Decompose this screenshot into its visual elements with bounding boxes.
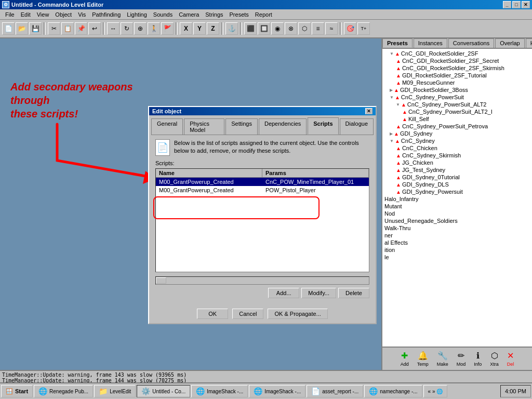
taskbar-namechange[interactable]: 🌐 namechange -... <box>364 385 422 397</box>
menu-file[interactable]: File <box>2 10 18 19</box>
menu-edit[interactable]: Edit <box>18 10 34 19</box>
delete-script-button[interactable]: Delete <box>338 288 369 298</box>
toolbar-b2[interactable]: 🔲 <box>258 22 270 35</box>
tab-dependencies[interactable]: Dependencies <box>259 118 307 135</box>
tree-item[interactable]: Walk-Thru <box>383 224 531 232</box>
scrollbar-thumb[interactable] <box>156 277 166 284</box>
toolbar-text[interactable]: T+ <box>357 22 370 35</box>
tree-item[interactable]: ▶▲GDI_RocketSoldier_3Boss <box>383 86 531 94</box>
tree-item[interactable]: ▼▲CnC_GDI_RocketSoldier_2SF <box>383 50 531 57</box>
add-script-button[interactable]: Add... <box>268 288 299 298</box>
toolbar-b3[interactable]: ◉ <box>271 22 284 35</box>
dialog-close-button[interactable]: ✕ <box>365 108 373 114</box>
menu-presets[interactable]: Presets <box>227 10 252 19</box>
tab-overlap[interactable]: Overlap <box>495 38 525 48</box>
toolbar-cam[interactable]: 🎯 <box>344 22 356 35</box>
tree-item[interactable]: ▼▲CnC_Sydney_PowerSuit <box>383 94 531 101</box>
del-tool-button[interactable]: ✕ Del <box>505 350 516 368</box>
menu-strings[interactable]: Strings <box>202 10 226 19</box>
tree-item[interactable]: ition <box>383 246 531 254</box>
taskbar-leveledit[interactable]: 📁 LevelEdit <box>94 385 136 397</box>
tab-instances[interactable]: Instances <box>414 38 447 48</box>
tab-general[interactable]: General <box>151 118 183 135</box>
presets-tree[interactable]: ▼▲CnC_GDI_RocketSoldier_2SF ▲CnC_GDI_Roc… <box>382 49 532 347</box>
taskbar-commando[interactable]: ⚙️ Untitled - Co... <box>137 385 190 397</box>
ok-propagate-button[interactable]: OK & Propagate... <box>268 309 327 319</box>
tree-item[interactable]: ▲CnC_GDI_RocketSoldier_2SF_Secret <box>383 57 531 64</box>
tree-item[interactable]: Halo_Infantry <box>383 195 531 203</box>
toolbar-b4[interactable]: ⊗ <box>285 22 297 35</box>
tree-item[interactable]: ▲GDI_Sydney_DLS <box>383 181 531 188</box>
taskbar-renegade[interactable]: 🌐 Renegade Pub... <box>34 385 93 397</box>
toolbar-flag[interactable]: 🚩 <box>161 22 174 35</box>
ok-button[interactable]: OK <box>197 309 228 319</box>
tree-item[interactable]: le <box>383 254 531 261</box>
toolbar-new[interactable]: 📄 <box>2 22 15 35</box>
tree-item[interactable]: ▲JG_Chicken <box>383 159 531 166</box>
taskbar-imageshack1[interactable]: 🌐 ImageShack -... <box>191 385 248 397</box>
tab-scripts[interactable]: Scripts <box>308 117 338 135</box>
tab-physics-model[interactable]: Physics Model <box>184 118 224 135</box>
toolbar-b6[interactable]: ≡ <box>312 22 324 35</box>
tree-item[interactable]: ▶▲GDI_Sydney <box>383 130 531 137</box>
tab-conversations[interactable]: Conversations <box>448 38 494 48</box>
tree-item[interactable]: ▲Kill_Self <box>383 115 531 123</box>
toolbar-move[interactable]: ↔ <box>107 22 119 35</box>
toolbar-y[interactable]: Y <box>193 22 206 35</box>
info-tool-button[interactable]: ℹ Info <box>472 350 484 368</box>
tree-item[interactable]: ▲GDI_RocketSoldier_2SF_Tutorial <box>383 72 531 79</box>
toolbar-anchor[interactable]: ⚓ <box>225 22 238 35</box>
tree-item[interactable]: al Effects <box>383 239 531 246</box>
toolbar-b7[interactable]: ≈ <box>325 22 338 35</box>
tree-item[interactable]: ▲CnC_Chicken <box>383 144 531 152</box>
menu-lighting[interactable]: Lighting <box>124 10 150 19</box>
table-row[interactable]: M00_GrantPowerup_Created CnC_POW_MineTim… <box>156 178 369 186</box>
maximize-button[interactable]: □ <box>512 1 521 8</box>
tree-item[interactable]: ▲JG_Test_Sydney <box>383 166 531 174</box>
make-tool-button[interactable]: 🔧 Make <box>435 350 450 368</box>
tree-item[interactable]: ▲M09_RescueGunner <box>383 79 531 86</box>
tree-item[interactable]: Nod <box>383 210 531 217</box>
modify-script-button[interactable]: Modify... <box>301 288 336 298</box>
toolbar-z[interactable]: Z <box>207 22 219 35</box>
toolbar-b1[interactable]: ⬛ <box>244 22 257 35</box>
tab-presets[interactable]: Presets <box>382 38 413 48</box>
toolbar-walk[interactable]: 🚶 <box>148 22 160 35</box>
tree-item[interactable]: ▲CnC_Sydney_PowerSuit_Petrova <box>383 123 531 130</box>
tab-settings[interactable]: Settings <box>225 118 258 135</box>
menu-view[interactable]: View <box>34 10 52 19</box>
close-button[interactable]: ✕ <box>522 1 530 8</box>
toolbar-copy[interactable]: 📋 <box>61 22 74 35</box>
taskbar-asset-report[interactable]: 📄 asset_report -... <box>307 385 363 397</box>
tree-item[interactable]: ▲GDI_Sydney_Powersuit <box>383 188 531 195</box>
toolbar-open[interactable]: 📂 <box>16 22 28 35</box>
toolbar-save[interactable]: 💾 <box>29 22 42 35</box>
menu-pathfinding[interactable]: Pathfinding <box>89 10 124 19</box>
xtra-tool-button[interactable]: ⬡ Xtra <box>488 350 501 368</box>
tab-dialogue[interactable]: Dialogue <box>340 118 374 135</box>
taskbar-misc[interactable]: « » 🌐 <box>423 385 448 397</box>
tree-item[interactable]: ▲CnC_Sydney_PowerSuit_ALT2_I <box>383 108 531 115</box>
taskbar-imageshack2[interactable]: 🌐 ImageShack -... <box>249 385 305 397</box>
tree-item[interactable]: Mutant <box>383 203 531 210</box>
tree-item[interactable]: ▼▲CnC_Sydney_PowerSuit_ALT2 <box>383 101 531 108</box>
tree-item[interactable]: ▼▲CnC_Sydney <box>383 137 531 144</box>
toolbar-cut[interactable]: ✂ <box>48 22 60 35</box>
tree-item[interactable]: ner <box>383 232 531 239</box>
table-row[interactable]: M00_GrantPowerup_Created POW_Pistol_Play… <box>156 186 369 194</box>
menu-object[interactable]: Object <box>52 10 75 19</box>
toolbar-undo[interactable]: ↩ <box>88 22 101 35</box>
mod-tool-button[interactable]: ✏ Mod <box>455 350 468 368</box>
menu-vis[interactable]: Vis <box>75 10 89 19</box>
add-tool-button[interactable]: ✚ Add <box>398 350 411 368</box>
menu-camera[interactable]: Camera <box>176 10 202 19</box>
toolbar-paste[interactable]: 📌 <box>75 22 87 35</box>
toolbar-x[interactable]: X <box>180 22 192 35</box>
tree-item[interactable]: ▲CnC_Sydney_Skirmish <box>383 152 531 159</box>
tree-item[interactable]: ▲GDI_Sydney_0Tutorial <box>383 174 531 181</box>
menu-sounds[interactable]: Sounds <box>150 10 176 19</box>
toolbar-select[interactable]: ⊕ <box>134 22 147 35</box>
minimize-button[interactable]: _ <box>503 1 511 8</box>
temp-tool-button[interactable]: 🔔 Temp <box>415 350 431 368</box>
horizontal-scrollbar[interactable] <box>155 276 369 285</box>
